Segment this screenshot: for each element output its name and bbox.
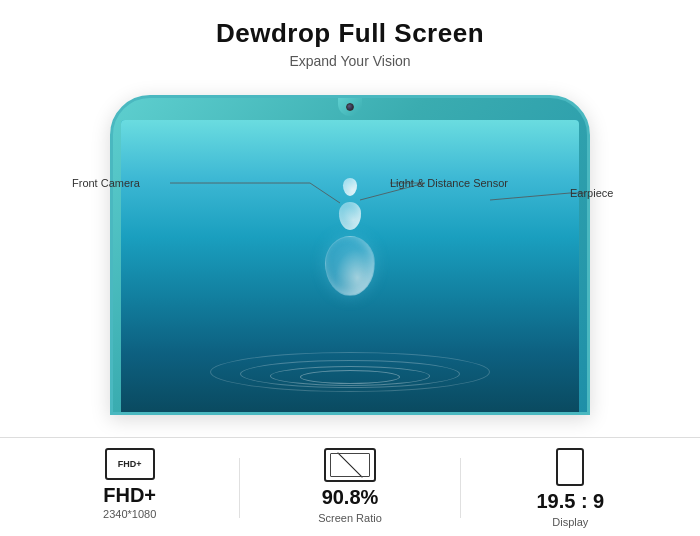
resolution-icon-text: FHD+ — [118, 459, 142, 469]
display-ratio-icon — [556, 448, 584, 486]
screen-ratio-label: Screen Ratio — [318, 512, 382, 524]
specs-bar: FHD+ FHD+ 2340*1080 90.8% Screen Ratio 1… — [0, 437, 700, 536]
display-ratio-value: 19.5 : 9 — [536, 490, 604, 512]
page-wrapper: Dewdrop Full Screen Expand Your Vision — [0, 0, 700, 536]
front-camera-lens — [346, 103, 354, 111]
resolution-value: FHD+ — [103, 484, 156, 506]
phone-display-area: Front Camera Light & Distance Sensor Ear… — [0, 75, 700, 437]
water-drop-small — [343, 178, 357, 196]
water-drop-group — [325, 178, 375, 296]
screen-ratio-value: 90.8% — [322, 486, 379, 508]
display-ratio-label: Display — [552, 516, 588, 528]
phone-screen — [121, 120, 579, 412]
screen-ratio-icon — [324, 448, 376, 482]
water-drop-large — [325, 236, 375, 296]
resolution-sub: 2340*1080 — [103, 508, 156, 520]
spec-item-resolution: FHD+ FHD+ 2340*1080 — [20, 448, 239, 520]
diagonal-line-icon — [337, 452, 362, 477]
resolution-icon: FHD+ — [105, 448, 155, 480]
phone-bezel — [110, 95, 590, 415]
screen-background — [121, 120, 579, 412]
water-drop-medium — [339, 202, 361, 230]
dewdrop-notch — [338, 98, 362, 116]
page-title: Dewdrop Full Screen — [216, 18, 484, 49]
page-subtitle: Expand Your Vision — [216, 53, 484, 69]
header: Dewdrop Full Screen Expand Your Vision — [216, 0, 484, 75]
spec-item-display: 19.5 : 9 Display — [461, 448, 680, 528]
spec-item-screen-ratio: 90.8% Screen Ratio — [240, 448, 459, 524]
